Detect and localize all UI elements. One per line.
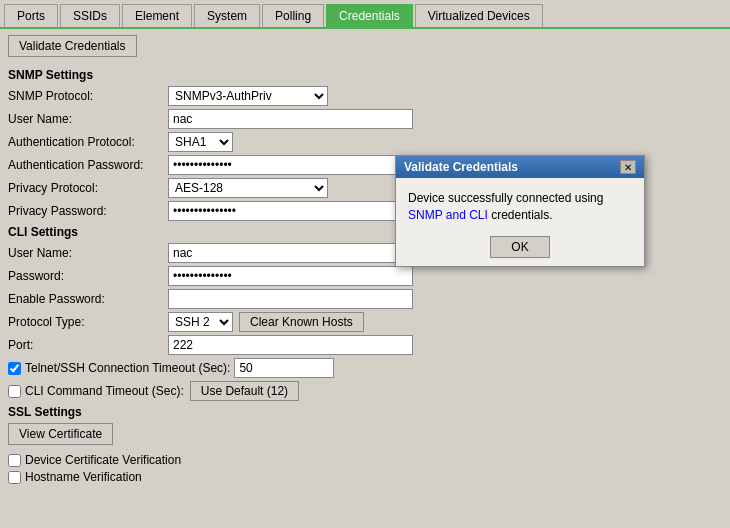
protocol-type-row: Protocol Type: SSH 2 Telnet SSH 1 Clear … [8, 312, 722, 332]
protocol-type-select[interactable]: SSH 2 Telnet SSH 1 [168, 312, 233, 332]
device-cert-label: Device Certificate Verification [25, 453, 181, 467]
modal-titlebar: Validate Credentials ✕ [396, 156, 644, 178]
port-input[interactable] [168, 335, 413, 355]
enable-password-label: Enable Password: [8, 292, 168, 306]
privacy-protocol-select[interactable]: AES-128 DES 3DES AES-256 [168, 178, 328, 198]
validate-credentials-button[interactable]: Validate Credentials [8, 35, 137, 57]
tab-element[interactable]: Element [122, 4, 192, 27]
telnet-timeout-checkbox[interactable] [8, 362, 21, 375]
snmp-username-row: User Name: [8, 109, 722, 129]
modal-message: Device successfully connected using SNMP… [408, 190, 632, 224]
modal-body: Device successfully connected using SNMP… [396, 178, 644, 266]
device-cert-row: Device Certificate Verification [8, 453, 722, 467]
telnet-timeout-row: Telnet/SSH Connection Timeout (Sec): [8, 358, 722, 378]
snmp-protocol-label: SNMP Protocol: [8, 89, 168, 103]
tab-ports[interactable]: Ports [4, 4, 58, 27]
modal-close-button[interactable]: ✕ [620, 160, 636, 174]
modal-ok-row: OK [408, 236, 632, 258]
auth-protocol-row: Authentication Protocol: SHA1 MD5 [8, 132, 722, 152]
auth-password-label: Authentication Password: [8, 158, 168, 172]
modal-message-link: SNMP and CLI [408, 208, 488, 222]
enable-password-row: Enable Password: [8, 289, 722, 309]
privacy-password-input[interactable] [168, 201, 413, 221]
privacy-protocol-label: Privacy Protocol: [8, 181, 168, 195]
snmp-username-label: User Name: [8, 112, 168, 126]
snmp-section-header: SNMP Settings [8, 68, 722, 82]
cli-timeout-row: CLI Command Timeout (Sec): Use Default (… [8, 381, 722, 401]
tab-ssids[interactable]: SSIDs [60, 4, 120, 27]
tab-polling[interactable]: Polling [262, 4, 324, 27]
tab-credentials[interactable]: Credentials [326, 4, 413, 27]
auth-password-input[interactable] [168, 155, 413, 175]
tab-bar: Ports SSIDs Element System Polling Crede… [0, 0, 730, 29]
hostname-verify-row: Hostname Verification [8, 470, 722, 484]
cli-timeout-label: CLI Command Timeout (Sec): [25, 384, 184, 398]
use-default-button[interactable]: Use Default (12) [190, 381, 299, 401]
modal-ok-button[interactable]: OK [490, 236, 549, 258]
auth-protocol-label: Authentication Protocol: [8, 135, 168, 149]
tab-virtualized[interactable]: Virtualized Devices [415, 4, 543, 27]
modal-message-end: credentials. [488, 208, 553, 222]
clear-known-hosts-button[interactable]: Clear Known Hosts [239, 312, 364, 332]
hostname-verify-checkbox[interactable] [8, 471, 21, 484]
modal-message-normal: Device successfully connected using [408, 191, 603, 205]
ssl-section-header: SSL Settings [8, 405, 722, 419]
telnet-timeout-input[interactable] [234, 358, 334, 378]
cli-password-input[interactable] [168, 266, 413, 286]
port-row: Port: [8, 335, 722, 355]
privacy-password-label: Privacy Password: [8, 204, 168, 218]
protocol-type-label: Protocol Type: [8, 315, 168, 329]
cli-password-label: Password: [8, 269, 168, 283]
snmp-username-input[interactable] [168, 109, 413, 129]
port-label: Port: [8, 338, 168, 352]
ssl-section: SSL Settings View Certificate Device Cer… [8, 405, 722, 484]
cli-username-input[interactable] [168, 243, 413, 263]
device-cert-checkbox[interactable] [8, 454, 21, 467]
snmp-protocol-row: SNMP Protocol: SNMPv3-AuthPriv SNMPv1 SN… [8, 86, 722, 106]
tab-system[interactable]: System [194, 4, 260, 27]
telnet-timeout-label: Telnet/SSH Connection Timeout (Sec): [25, 361, 230, 375]
hostname-verify-label: Hostname Verification [25, 470, 142, 484]
auth-protocol-select[interactable]: SHA1 MD5 [168, 132, 233, 152]
cli-password-row: Password: [8, 266, 722, 286]
validate-credentials-modal: Validate Credentials ✕ Device successful… [395, 155, 645, 267]
cli-timeout-checkbox[interactable] [8, 385, 21, 398]
cli-username-label: User Name: [8, 246, 168, 260]
snmp-protocol-select[interactable]: SNMPv3-AuthPriv SNMPv1 SNMPv2c SNMPv3 [168, 86, 328, 106]
enable-password-input[interactable] [168, 289, 413, 309]
view-certificate-button[interactable]: View Certificate [8, 423, 113, 445]
modal-title: Validate Credentials [404, 160, 518, 174]
